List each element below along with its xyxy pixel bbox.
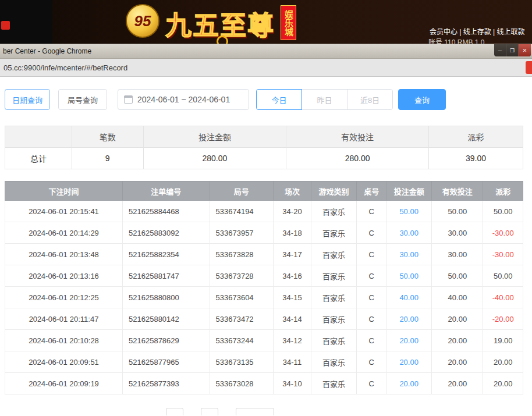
table-cell: 34-10 xyxy=(274,373,311,394)
bet-record-table: 下注时间 注单编号 局号 场次 游戏类别 桌号 投注金额 有效投注 派彩 202… xyxy=(5,181,523,394)
table-cell: 2024-06-01 20:10:28 xyxy=(5,330,123,351)
summary-header-bet-amount: 投注金额 xyxy=(143,126,286,148)
yesterday-button[interactable]: 昨日 xyxy=(302,89,347,110)
summary-valid-bet-value: 280.00 xyxy=(286,148,429,169)
summary-header-count: 笔数 xyxy=(72,126,143,148)
table-cell: 533673604 xyxy=(210,287,273,308)
table-cell: -40.00 xyxy=(483,287,523,308)
table-cell: 2024-06-01 20:13:48 xyxy=(5,244,123,265)
table-cell: C xyxy=(357,351,386,373)
table-cell: 40.00 xyxy=(432,287,483,308)
table-row: 2024-06-01 20:13:16521625881747533673728… xyxy=(5,265,523,287)
page-content: 日期查询 局号查询 2024-06-01 ~ 2024-06-01 今日 昨日 … xyxy=(0,77,532,415)
table-cell: 百家乐 xyxy=(311,351,356,373)
table-row: 2024-06-01 20:09:19521625877393533673028… xyxy=(5,373,523,394)
summary-header-blank xyxy=(5,126,72,148)
maximize-button[interactable]: ❐ xyxy=(506,44,519,56)
table-cell: 2024-06-01 20:11:47 xyxy=(5,308,123,330)
casino-nav-links[interactable]: 会员中心 | 线上存款 | 线上取款 xyxy=(430,26,532,36)
bet-table-body: 2024-06-01 20:15:41521625884468533674194… xyxy=(5,201,523,394)
table-cell[interactable]: 20.00 xyxy=(386,373,432,394)
table-cell: 533674194 xyxy=(210,201,273,222)
browser-toolbar: 05.cc:9900/infe/mcenter/#/betRecord xyxy=(0,59,532,77)
table-cell: 533673028 xyxy=(210,373,273,394)
table-cell[interactable]: 50.00 xyxy=(386,201,432,222)
table-cell: C xyxy=(357,265,386,287)
table-cell: 34-17 xyxy=(274,244,311,265)
table-cell: C xyxy=(357,287,386,308)
last-8-days-button[interactable]: 近8日 xyxy=(347,89,393,110)
table-cell: 30.00 xyxy=(432,244,483,265)
summary-count-value: 9 xyxy=(72,148,143,169)
table-cell: 20.00 xyxy=(432,330,483,351)
window-controls: ─ ❐ ✕ xyxy=(494,44,531,56)
table-cell: 533673728 xyxy=(210,265,273,287)
table-cell: 20.00 xyxy=(483,351,523,373)
pagination-page-button[interactable] xyxy=(201,408,218,415)
table-cell: 百家乐 xyxy=(311,222,356,244)
table-row: 2024-06-01 20:10:28521625878629533673244… xyxy=(5,330,523,351)
extension-icon[interactable] xyxy=(526,61,532,74)
small-red-icon xyxy=(1,21,10,30)
table-cell[interactable]: 30.00 xyxy=(386,244,432,265)
table-cell[interactable]: 50.00 xyxy=(386,265,432,287)
header-bet-time: 下注时间 xyxy=(5,182,123,201)
header-table-no: 桌号 xyxy=(357,182,386,201)
calendar-icon xyxy=(124,95,133,104)
table-cell[interactable]: 20.00 xyxy=(386,330,432,351)
summary-header-valid-bet: 有效投注 xyxy=(286,126,429,148)
window-title: ber Center - Google Chrome xyxy=(3,47,91,55)
header-order-id: 注单编号 xyxy=(123,182,210,201)
table-cell: 533673135 xyxy=(210,351,273,373)
date-query-button[interactable]: 日期查询 xyxy=(5,89,50,110)
table-cell: 20.00 xyxy=(432,308,483,330)
table-cell: 20.00 xyxy=(432,373,483,394)
table-cell: 50.00 xyxy=(483,201,523,222)
table-cell: 20.00 xyxy=(483,373,523,394)
table-row: 2024-06-01 20:12:25521625880800533673604… xyxy=(5,287,523,308)
minimize-button[interactable]: ─ xyxy=(494,44,506,56)
table-cell: 19.00 xyxy=(483,330,523,351)
summary-header-payout: 派彩 xyxy=(428,126,523,148)
table-cell: 2024-06-01 20:15:41 xyxy=(5,201,123,222)
summary-header-row: 笔数 投注金额 有效投注 派彩 xyxy=(5,126,523,148)
table-cell: 2024-06-01 20:09:19 xyxy=(5,373,123,394)
table-cell: 百家乐 xyxy=(311,244,356,265)
header-payout: 派彩 xyxy=(483,182,523,201)
summary-total-label: 总计 xyxy=(5,148,72,169)
table-cell[interactable]: 30.00 xyxy=(386,222,432,244)
chrome-window: ber Center - Google Chrome ─ ❐ ✕ 05.cc:9… xyxy=(0,44,532,416)
address-bar[interactable]: 05.cc:9900/infe/mcenter/#/betRecord xyxy=(3,63,127,72)
close-button[interactable]: ✕ xyxy=(519,44,531,56)
summary-payout-value: 39.00 xyxy=(428,148,523,169)
pagination-prev-button[interactable] xyxy=(166,408,183,415)
round-query-button[interactable]: 局号查询 xyxy=(58,89,107,110)
table-cell: 521625883092 xyxy=(123,222,210,244)
table-cell: 521625880142 xyxy=(123,308,210,330)
pagination xyxy=(166,408,274,415)
window-titlebar[interactable]: ber Center - Google Chrome ─ ❐ ✕ xyxy=(0,44,532,59)
table-cell: 521625884468 xyxy=(123,201,210,222)
table-cell: 521625878629 xyxy=(123,330,210,351)
table-row: 2024-06-01 20:11:47521625880142533673472… xyxy=(5,308,523,330)
today-button[interactable]: 今日 xyxy=(256,89,302,110)
table-cell: 50.00 xyxy=(483,265,523,287)
header-session: 场次 xyxy=(274,182,311,201)
table-cell: 34-15 xyxy=(274,287,311,308)
table-cell[interactable]: 20.00 xyxy=(386,351,432,373)
table-cell[interactable]: 20.00 xyxy=(386,308,432,330)
header-valid-bet: 有效投注 xyxy=(432,182,483,201)
table-row: 2024-06-01 20:15:41521625884468533674194… xyxy=(5,201,523,222)
table-cell: 34-12 xyxy=(274,330,311,351)
bet-table-header-row: 下注时间 注单编号 局号 场次 游戏类别 桌号 投注金额 有效投注 派彩 xyxy=(5,182,523,201)
search-button[interactable]: 查询 xyxy=(398,89,446,110)
table-cell: 20.00 xyxy=(432,351,483,373)
table-cell: 521625877965 xyxy=(123,351,210,373)
table-cell: 50.00 xyxy=(432,201,483,222)
pagination-size-select[interactable] xyxy=(236,408,274,415)
table-cell: 30.00 xyxy=(432,222,483,244)
table-cell[interactable]: 40.00 xyxy=(386,287,432,308)
table-row: 2024-06-01 20:14:29521625883092533673957… xyxy=(5,222,523,244)
date-range-input[interactable]: 2024-06-01 ~ 2024-06-01 xyxy=(118,89,249,110)
table-row: 2024-06-01 20:09:51521625877965533673135… xyxy=(5,351,523,373)
